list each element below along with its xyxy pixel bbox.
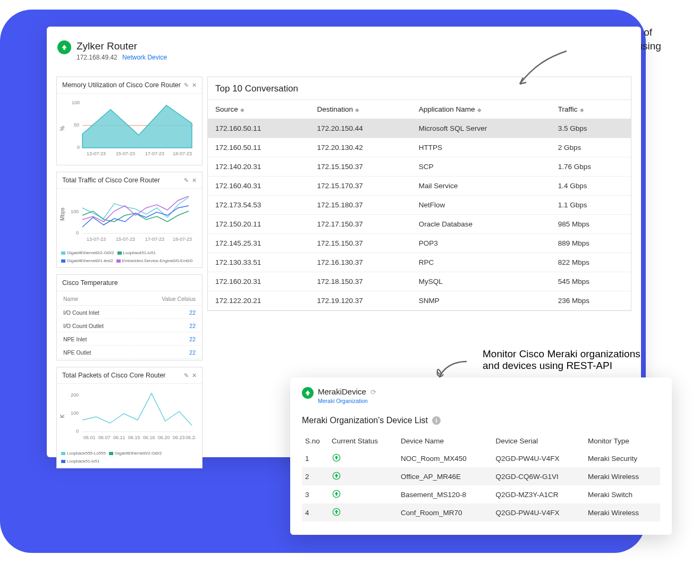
widget-temp-title: Cisco Temperature xyxy=(62,279,118,287)
cell-device-name: NOC_Room_MX450 xyxy=(398,449,493,467)
table-row[interactable]: 172.160.50.11 172.20.150.44 Microsoft SQ… xyxy=(208,119,631,138)
svg-text:06.23: 06.23 xyxy=(173,435,185,440)
cell-dest: 172.15.150.37 xyxy=(309,157,411,177)
svg-text:13-07-23: 13-07-23 xyxy=(87,237,106,242)
meraki-subtitle-link[interactable]: Meraki Organization xyxy=(318,398,376,404)
conversation-panel: Top 10 Conversation Source◆ Destination◆… xyxy=(207,77,631,311)
cell-monitor-type: Meraki Security xyxy=(585,449,660,467)
cell-dest: 172.15.180.37 xyxy=(309,196,411,215)
cell-status xyxy=(328,503,398,522)
svg-text:06.01: 06.01 xyxy=(83,435,96,440)
col-destination[interactable]: Destination◆ xyxy=(309,100,411,119)
svg-text:18-07-23: 18-07-23 xyxy=(173,237,192,242)
widget-memory: Memory Utilization of Cisco Core Router … xyxy=(56,77,203,165)
status-up-icon xyxy=(332,489,341,499)
widget-traffic: Total Traffic of Cisco Core Router ✎ ✕ M… xyxy=(56,172,203,268)
col-source[interactable]: Source◆ xyxy=(208,100,309,119)
table-row[interactable]: 1 NOC_Room_MX450 Q2GD-PW4U-V4FX Meraki S… xyxy=(302,449,660,467)
sort-icon: ◆ xyxy=(355,107,359,113)
close-icon[interactable]: ✕ xyxy=(192,372,197,379)
cell-traffic: 1.4 Gbps xyxy=(551,177,631,196)
table-row[interactable]: 3 Basement_MS120-8 Q2GD-MZ3Y-A1CR Meraki… xyxy=(302,485,660,503)
temp-value[interactable]: 22 xyxy=(135,320,201,332)
cell-source: 172.122.20.21 xyxy=(208,291,309,310)
svg-text:06.16: 06.16 xyxy=(143,435,155,440)
svg-text:06.20: 06.20 xyxy=(158,435,170,440)
table-row[interactable]: 4 Conf_Room_MR70 Q2GD-PW4U-V4FX Meraki W… xyxy=(302,503,660,522)
status-up-icon xyxy=(57,40,71,54)
status-up-icon xyxy=(332,471,341,481)
temp-name: NPE Inlet xyxy=(58,333,134,346)
temp-value[interactable]: 22 xyxy=(135,347,201,359)
table-row[interactable]: 172.150.20.11 172.17.150.37 Oracle Datab… xyxy=(208,215,631,234)
table-row[interactable]: 172.145.25.31 172.15.150.37 POP3 889 Mbp… xyxy=(208,234,631,253)
svg-text:15-07-23: 15-07-23 xyxy=(116,151,135,156)
svg-text:06.24: 06.24 xyxy=(185,435,196,440)
temperature-table: Name Value Celsius I/O Count Inlet22I/O … xyxy=(57,291,202,360)
temp-name: NPE Outlet xyxy=(58,347,134,359)
conversation-table: Source◆ Destination◆ Application Name◆ T… xyxy=(208,99,631,310)
table-row[interactable]: 172.122.20.21 172.19.120.37 SNMP 236 Mbp… xyxy=(208,291,631,310)
arrow-icon xyxy=(513,46,572,94)
table-row[interactable]: 172.173.54.53 172.15.180.37 NetFlow 1.1 … xyxy=(208,196,631,215)
annotation-meraki: Monitor Cisco Meraki organizations and d… xyxy=(483,348,641,372)
meraki-device-table: S.no Current Status Device Name Device S… xyxy=(302,433,660,522)
cell-status xyxy=(328,485,398,503)
cell-traffic: 545 Mbps xyxy=(551,272,631,291)
traffic-legend: GigabitEthernet0/2-Gi0/2 Loopback51-lo51… xyxy=(57,249,202,267)
edit-icon[interactable]: ✎ xyxy=(184,82,189,89)
cell-source: 172.140.20.31 xyxy=(208,157,309,177)
device-type-link[interactable]: Network Device xyxy=(122,54,167,61)
svg-text:200: 200 xyxy=(71,392,79,398)
meraki-section-title: Meraki Organization's Device List i xyxy=(302,416,660,425)
col-sno: S.no xyxy=(302,433,328,449)
svg-text:17-07-23: 17-07-23 xyxy=(145,151,164,156)
edit-icon[interactable]: ✎ xyxy=(184,372,189,379)
cell-app: SNMP xyxy=(411,291,551,310)
cell-source: 172.160.40.31 xyxy=(208,177,309,196)
table-row[interactable]: 172.160.40.31 172.15.170.37 Mail Service… xyxy=(208,177,631,196)
table-row[interactable]: 172.160.20.31 172.18.150.37 MySQL 545 Mb… xyxy=(208,272,631,291)
device-title: Zylker Router xyxy=(77,40,167,52)
cell-app: RPC xyxy=(411,253,551,272)
cell-app: HTTPS xyxy=(411,138,551,157)
col-traffic[interactable]: Traffic◆ xyxy=(551,100,631,119)
table-row: NPE Outlet22 xyxy=(58,347,201,359)
meraki-device-title: MerakiDevice xyxy=(318,387,366,396)
widget-memory-title: Memory Utilization of Cisco Core Router xyxy=(62,81,181,89)
svg-text:18-07-23: 18-07-23 xyxy=(173,151,192,156)
cell-status xyxy=(328,467,398,485)
table-row[interactable]: 2 Office_AP_MR46E Q2GD-CQ6W-G1VI Meraki … xyxy=(302,467,660,485)
table-row[interactable]: 172.160.50.11 172.20.130.42 HTTPS 2 Gbps xyxy=(208,138,631,157)
cell-app: NetFlow xyxy=(411,196,551,215)
col-application[interactable]: Application Name◆ xyxy=(411,100,551,119)
table-row[interactable]: 172.140.20.31 172.15.150.37 SCP 1.76 Gbp… xyxy=(208,157,631,177)
table-row[interactable]: 172.130.33.51 172.16.130.37 RPC 822 Mbps xyxy=(208,253,631,272)
cell-device-name: Office_AP_MR46E xyxy=(398,467,493,485)
svg-text:Mbps: Mbps xyxy=(60,208,65,221)
cell-sno: 1 xyxy=(302,449,328,467)
sort-icon: ◆ xyxy=(580,107,584,113)
cell-device-serial: Q2GD-PW4U-V4FX xyxy=(493,503,585,522)
close-icon[interactable]: ✕ xyxy=(192,82,197,89)
col-monitor-type: Monitor Type xyxy=(585,433,660,449)
cell-monitor-type: Meraki Wireless xyxy=(585,467,660,485)
widget-packets: Total Packets of Cisco Core Router ✎ ✕ K… xyxy=(56,367,203,468)
col-device-name: Device Name xyxy=(398,433,493,449)
temp-value[interactable]: 22 xyxy=(135,307,201,319)
info-icon[interactable]: i xyxy=(432,416,441,425)
table-row: I/O Count Outlet22 xyxy=(58,320,201,332)
cell-source: 172.145.25.31 xyxy=(208,234,309,253)
cell-app: Oracle Database xyxy=(411,215,551,234)
svg-text:50: 50 xyxy=(74,122,79,128)
sort-icon: ◆ xyxy=(240,107,244,113)
temp-value[interactable]: 22 xyxy=(135,333,201,346)
traffic-chart: Mbps 100 0 13-07-23 15-07-23 17-07-23 18… xyxy=(57,189,202,249)
svg-text:100: 100 xyxy=(71,209,79,214)
svg-text:06.15: 06.15 xyxy=(128,435,140,440)
edit-icon[interactable]: ✎ xyxy=(184,177,189,184)
cell-source: 172.150.20.11 xyxy=(208,215,309,234)
close-icon[interactable]: ✕ xyxy=(192,177,197,184)
svg-text:06.11: 06.11 xyxy=(113,435,125,440)
refresh-icon[interactable]: ⟳ xyxy=(370,388,376,396)
